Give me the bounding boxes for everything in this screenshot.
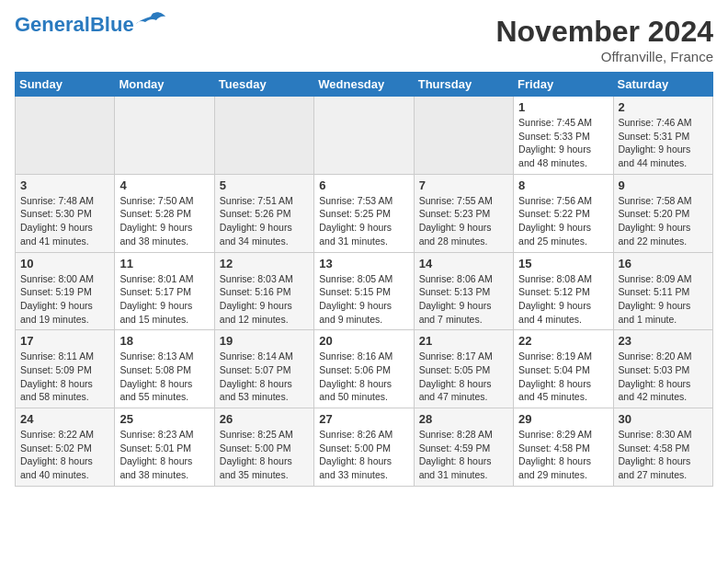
day-number: 5 [220,178,309,192]
logo: GeneralBlue [15,15,165,35]
day-info: Sunrise: 8:17 AM Sunset: 5:05 PM Dayligh… [419,350,508,404]
day-info: Sunrise: 7:56 AM Sunset: 5:22 PM Dayligh… [518,194,608,248]
calendar-day-cell: 24Sunrise: 8:22 AM Sunset: 5:02 PM Dayli… [16,408,115,487]
calendar-empty-cell [115,97,214,175]
day-info: Sunrise: 8:25 AM Sunset: 5:00 PM Dayligh… [220,428,309,482]
day-number: 12 [220,257,309,270]
day-number: 13 [319,257,408,270]
day-info: Sunrise: 8:00 AM Sunset: 5:19 PM Dayligh… [20,272,109,327]
day-info: Sunrise: 8:09 AM Sunset: 5:11 PM Dayligh… [619,272,708,327]
day-number: 8 [518,178,608,192]
day-info: Sunrise: 8:16 AM Sunset: 5:06 PM Dayligh… [319,350,408,404]
calendar-day-cell: 11Sunrise: 8:01 AM Sunset: 5:17 PM Dayli… [115,252,214,330]
day-info: Sunrise: 8:08 AM Sunset: 5:12 PM Dayligh… [518,272,608,327]
calendar-week-row: 17Sunrise: 8:11 AM Sunset: 5:09 PM Dayli… [16,330,713,408]
day-info: Sunrise: 8:26 AM Sunset: 5:00 PM Dayligh… [319,428,408,482]
weekday-header-thursday: Thursday [414,73,513,97]
weekday-header-row: SundayMondayTuesdayWednesdayThursdayFrid… [16,73,713,97]
calendar-day-cell: 3Sunrise: 7:48 AM Sunset: 5:30 PM Daylig… [16,174,115,252]
calendar-day-cell: 12Sunrise: 8:03 AM Sunset: 5:16 PM Dayli… [214,252,313,330]
title-block: November 2024 Offranville, France [495,15,713,64]
day-number: 11 [119,257,209,270]
weekday-header-saturday: Saturday [613,73,712,97]
day-info: Sunrise: 8:05 AM Sunset: 5:15 PM Dayligh… [319,272,408,327]
day-number: 25 [119,412,209,426]
logo-bird-icon [136,11,165,31]
day-number: 15 [518,257,608,270]
day-number: 17 [20,334,109,348]
calendar-day-cell: 15Sunrise: 8:08 AM Sunset: 5:12 PM Dayli… [514,252,613,330]
day-number: 26 [220,412,309,426]
calendar-day-cell: 23Sunrise: 8:20 AM Sunset: 5:03 PM Dayli… [613,330,712,408]
day-info: Sunrise: 8:23 AM Sunset: 5:01 PM Dayligh… [119,428,209,482]
day-number: 20 [319,334,408,348]
day-number: 3 [20,178,109,192]
calendar-day-cell: 30Sunrise: 8:30 AM Sunset: 4:58 PM Dayli… [613,408,712,487]
calendar-day-cell: 28Sunrise: 8:28 AM Sunset: 4:59 PM Dayli… [414,408,513,487]
weekday-header-sunday: Sunday [16,73,115,97]
calendar-day-cell: 16Sunrise: 8:09 AM Sunset: 5:11 PM Dayli… [613,252,712,330]
day-info: Sunrise: 7:45 AM Sunset: 5:33 PM Dayligh… [518,116,608,170]
day-number: 28 [419,412,508,426]
weekday-header-wednesday: Wednesday [314,73,414,97]
calendar-week-row: 1Sunrise: 7:45 AM Sunset: 5:33 PM Daylig… [16,97,713,175]
day-info: Sunrise: 8:19 AM Sunset: 5:04 PM Dayligh… [518,350,608,404]
day-number: 24 [20,412,109,426]
day-number: 30 [619,412,708,426]
calendar-day-cell: 6Sunrise: 7:53 AM Sunset: 5:25 PM Daylig… [314,174,414,252]
day-number: 18 [119,334,209,348]
calendar-day-cell: 1Sunrise: 7:45 AM Sunset: 5:33 PM Daylig… [514,97,613,175]
calendar-day-cell: 22Sunrise: 8:19 AM Sunset: 5:04 PM Dayli… [514,330,613,408]
weekday-header-friday: Friday [514,73,613,97]
day-info: Sunrise: 8:22 AM Sunset: 5:02 PM Dayligh… [20,428,109,482]
calendar-week-row: 3Sunrise: 7:48 AM Sunset: 5:30 PM Daylig… [16,174,713,252]
day-number: 29 [518,412,608,426]
day-number: 19 [220,334,309,348]
day-number: 7 [419,178,508,192]
day-info: Sunrise: 7:51 AM Sunset: 5:26 PM Dayligh… [220,194,309,248]
month-title: November 2024 [495,15,713,49]
day-info: Sunrise: 7:48 AM Sunset: 5:30 PM Dayligh… [20,194,109,248]
calendar-empty-cell [414,97,513,175]
day-info: Sunrise: 7:46 AM Sunset: 5:31 PM Dayligh… [619,116,708,170]
calendar-day-cell: 18Sunrise: 8:13 AM Sunset: 5:08 PM Dayli… [115,330,214,408]
calendar-day-cell: 2Sunrise: 7:46 AM Sunset: 5:31 PM Daylig… [613,97,712,175]
calendar-empty-cell [214,97,313,175]
location: Offranville, France [495,49,713,64]
day-number: 2 [619,100,708,114]
day-info: Sunrise: 7:55 AM Sunset: 5:23 PM Dayligh… [419,194,508,248]
calendar-day-cell: 5Sunrise: 7:51 AM Sunset: 5:26 PM Daylig… [214,174,313,252]
day-number: 21 [419,334,508,348]
calendar-day-cell: 13Sunrise: 8:05 AM Sunset: 5:15 PM Dayli… [314,252,414,330]
calendar-empty-cell [16,97,115,175]
calendar-day-cell: 8Sunrise: 7:56 AM Sunset: 5:22 PM Daylig… [514,174,613,252]
calendar-table: SundayMondayTuesdayWednesdayThursdayFrid… [15,72,713,487]
day-number: 9 [619,178,708,192]
day-number: 23 [619,334,708,348]
day-number: 1 [518,100,608,114]
weekday-header-monday: Monday [115,73,214,97]
day-info: Sunrise: 8:13 AM Sunset: 5:08 PM Dayligh… [119,350,209,404]
logo-text: GeneralBlue [15,15,134,35]
day-info: Sunrise: 8:30 AM Sunset: 4:58 PM Dayligh… [619,428,708,482]
calendar-day-cell: 27Sunrise: 8:26 AM Sunset: 5:00 PM Dayli… [314,408,414,487]
day-info: Sunrise: 8:29 AM Sunset: 4:58 PM Dayligh… [518,428,608,482]
day-number: 4 [119,178,209,192]
calendar-week-row: 10Sunrise: 8:00 AM Sunset: 5:19 PM Dayli… [16,252,713,330]
calendar-day-cell: 10Sunrise: 8:00 AM Sunset: 5:19 PM Dayli… [16,252,115,330]
day-number: 27 [319,412,408,426]
calendar-day-cell: 25Sunrise: 8:23 AM Sunset: 5:01 PM Dayli… [115,408,214,487]
day-info: Sunrise: 7:53 AM Sunset: 5:25 PM Dayligh… [319,194,408,248]
calendar-day-cell: 4Sunrise: 7:50 AM Sunset: 5:28 PM Daylig… [115,174,214,252]
day-number: 6 [319,178,408,192]
calendar-day-cell: 9Sunrise: 7:58 AM Sunset: 5:20 PM Daylig… [613,174,712,252]
calendar-day-cell: 29Sunrise: 8:29 AM Sunset: 4:58 PM Dayli… [514,408,613,487]
day-info: Sunrise: 7:50 AM Sunset: 5:28 PM Dayligh… [119,194,209,248]
day-info: Sunrise: 8:20 AM Sunset: 5:03 PM Dayligh… [619,350,708,404]
day-info: Sunrise: 8:06 AM Sunset: 5:13 PM Dayligh… [419,272,508,327]
day-info: Sunrise: 7:58 AM Sunset: 5:20 PM Dayligh… [619,194,708,248]
calendar-day-cell: 20Sunrise: 8:16 AM Sunset: 5:06 PM Dayli… [314,330,414,408]
page-header: GeneralBlue November 2024 Offranville, F… [15,15,713,64]
calendar-day-cell: 19Sunrise: 8:14 AM Sunset: 5:07 PM Dayli… [214,330,313,408]
day-info: Sunrise: 8:03 AM Sunset: 5:16 PM Dayligh… [220,272,309,327]
